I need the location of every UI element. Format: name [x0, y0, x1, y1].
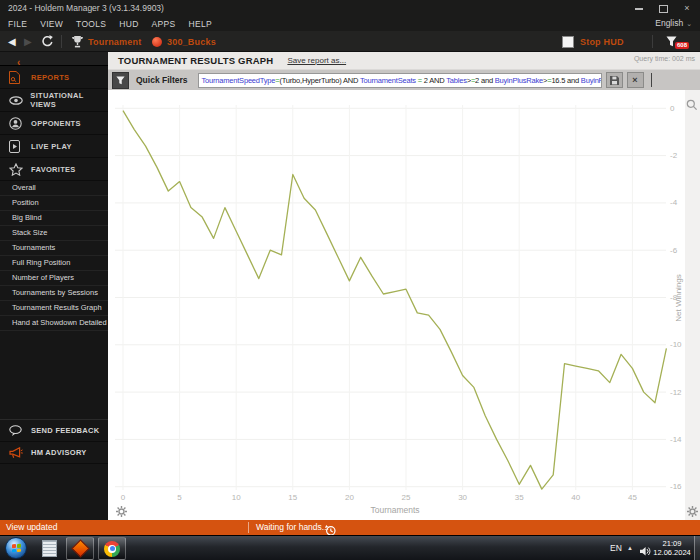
svg-text:-12: -12	[670, 388, 682, 397]
sidebar-section-live-play[interactable]: LIVE PLAY	[0, 135, 108, 158]
svg-text:-6: -6	[670, 246, 678, 255]
svg-text:-2: -2	[670, 151, 678, 160]
start-button[interactable]	[5, 537, 27, 559]
show-desktop-button[interactable]	[694, 536, 700, 560]
eye-icon	[9, 96, 23, 105]
filter-expression-input[interactable]: TournamentSpeedType=(Turbo,HyperTurbo) A…	[198, 73, 602, 88]
sidebar-report-overall[interactable]: Overall	[0, 181, 108, 196]
sidebar-section-label: FAVORITES	[31, 165, 76, 174]
menu-item-apps[interactable]: APPS	[152, 19, 176, 29]
query-time: Query time: 002 ms	[634, 55, 695, 62]
svg-text:15: 15	[288, 493, 297, 502]
collapse-left-icon: ‹	[17, 57, 20, 69]
star-icon	[9, 163, 24, 176]
taskbar-app-window-icon[interactable]	[35, 537, 63, 560]
sidebar-section-label: LIVE PLAY	[31, 142, 72, 151]
stop-hud-checkbox[interactable]	[562, 31, 574, 52]
svg-text:35: 35	[515, 493, 524, 502]
sidebar-report-position[interactable]: Position	[0, 196, 108, 211]
sidebar-report-big-blind[interactable]: Big Blind	[0, 211, 108, 226]
sidebar-send-feedback[interactable]: SEND FEEDBACK	[0, 420, 108, 442]
toolbar: ◀ ▶ Tournament 300_Bucks Stop HUD 608	[0, 31, 700, 52]
filter-segment-field: Tables	[446, 76, 466, 85]
quick-filter-funnel-button[interactable]	[112, 72, 129, 89]
chart-settings-right-gear-icon[interactable]	[687, 506, 698, 517]
svg-text:45: 45	[628, 493, 637, 502]
sidebar-report-tournaments[interactable]: Tournaments	[0, 241, 108, 256]
sidebar-section-situational-views[interactable]: SITUATIONAL VIEWS	[0, 89, 108, 112]
tournament-tab[interactable]: Tournament	[88, 31, 141, 52]
alert-bell-icon	[152, 31, 162, 52]
tournament-results-line-chart: 0-2-4-6-8-10-12-14-16051015202530354045T…	[108, 90, 700, 520]
svg-text:0: 0	[670, 104, 675, 113]
windows-logo-icon	[12, 544, 21, 553]
menu-item-tools[interactable]: TOOLS	[76, 19, 106, 29]
text-cursor	[651, 73, 652, 87]
sidebar-report-tournament-results-graph[interactable]: Tournament Results Graph	[0, 301, 108, 316]
player-tab[interactable]: 300_Bucks	[167, 31, 216, 52]
chart-zoom-icon[interactable]	[686, 99, 698, 111]
svg-text:-14: -14	[670, 435, 682, 444]
forward-icon[interactable]: ▶	[24, 31, 32, 52]
filter-segment-plain: 2 and	[475, 76, 495, 85]
results-chart-area: 0-2-4-6-8-10-12-14-16051015202530354045T…	[108, 90, 700, 520]
filter-segment-field: TournamentSeats	[360, 76, 416, 85]
svg-text:5: 5	[177, 493, 182, 502]
refresh-icon[interactable]	[41, 31, 54, 52]
sidebar-report-number-of-players[interactable]: Number of Players	[0, 271, 108, 286]
filter-segment-plain: 16.5 and	[551, 76, 580, 85]
play-icon	[9, 140, 24, 153]
filter-segment-field: TournamentSpeedType	[202, 76, 276, 85]
reports-icon	[9, 71, 24, 84]
sidebar-collapse[interactable]: ‹	[0, 52, 108, 66]
sidebar-report-full-ring-position[interactable]: Full Ring Position	[0, 256, 108, 271]
chart-settings-left-gear-icon[interactable]	[116, 506, 127, 517]
save-filter-button[interactable]	[606, 72, 623, 88]
windows-taskbar: EN ▲ 21:09 12.06.2024	[0, 535, 700, 560]
minimize-button[interactable]	[632, 3, 646, 14]
title-bar: 2024 - Holdem Manager 3 (v3.1.34.9903) ×	[0, 0, 700, 17]
svg-text:20: 20	[345, 493, 354, 502]
chevron-down-icon: ⌄	[686, 20, 692, 27]
sidebar-report-hand-at-showdown-detailed[interactable]: Hand at Showdown Detailed	[0, 316, 108, 331]
sidebar-report-stack-size[interactable]: Stack Size	[0, 226, 108, 241]
language-selector[interactable]: English⌄	[655, 18, 692, 28]
svg-text:10: 10	[232, 493, 241, 502]
sidebar-section-opponents[interactable]: OPPONENTS	[0, 112, 108, 135]
maximize-button[interactable]	[656, 3, 670, 14]
filter-segment-plain: (Turbo,HyperTurbo) AND	[279, 76, 360, 85]
trophy-icon	[71, 31, 84, 52]
menu-item-hud[interactable]: HUD	[119, 19, 138, 29]
close-button[interactable]: ×	[680, 3, 694, 14]
save-report-link[interactable]: Save report as...	[287, 56, 346, 65]
view-updated-status: View updated	[6, 520, 57, 535]
tray-hidden-icons-arrow[interactable]: ▲	[627, 545, 633, 551]
back-icon[interactable]: ◀	[8, 31, 16, 52]
filter-segment-field: BuyinPlusRake	[581, 76, 602, 85]
menu-bar: FILEVIEWTOOLSHUDAPPSHELP	[0, 17, 700, 31]
sidebar-section-favorites[interactable]: FAVORITES	[0, 158, 108, 181]
stop-hud-label[interactable]: Stop HUD	[580, 31, 624, 52]
taskbar-holdem-manager-icon[interactable]	[66, 537, 94, 560]
svg-text:0: 0	[121, 493, 126, 502]
tray-language-indicator[interactable]: EN	[610, 536, 622, 560]
filter-funnel-icon[interactable]: 608	[666, 31, 677, 52]
menu-item-help[interactable]: HELP	[188, 19, 211, 29]
taskbar-chrome-icon[interactable]	[98, 537, 126, 560]
speaker-icon[interactable]	[640, 543, 651, 560]
sidebar-footer-label: SEND FEEDBACK	[31, 426, 100, 435]
menu-item-view[interactable]: VIEW	[40, 19, 63, 29]
page-title: TOURNAMENT RESULTS GRAPH	[118, 55, 273, 66]
sidebar-section-reports[interactable]: REPORTS	[0, 66, 108, 89]
sidebar-footer-label: HM ADVISORY	[31, 448, 87, 457]
sidebar-section-label: REPORTS	[31, 73, 69, 82]
sidebar-hm-advisory[interactable]: HM ADVISORY	[0, 442, 108, 464]
sidebar-report-tournaments-by-sessions[interactable]: Tournaments by Sessions	[0, 286, 108, 301]
speech-bubble-icon	[9, 425, 25, 437]
report-header: TOURNAMENT RESULTS GRAPH Save report as.…	[108, 52, 700, 70]
menu-item-file[interactable]: FILE	[8, 19, 27, 29]
clear-filter-button[interactable]: ×	[627, 72, 644, 88]
tray-clock[interactable]: 21:09 12.06.2024	[651, 539, 693, 557]
quick-filters-label: Quick Filters	[136, 75, 188, 85]
sidebar: ‹ REPORTSSITUATIONAL VIEWSOPPONENTSLIVE …	[0, 52, 108, 520]
